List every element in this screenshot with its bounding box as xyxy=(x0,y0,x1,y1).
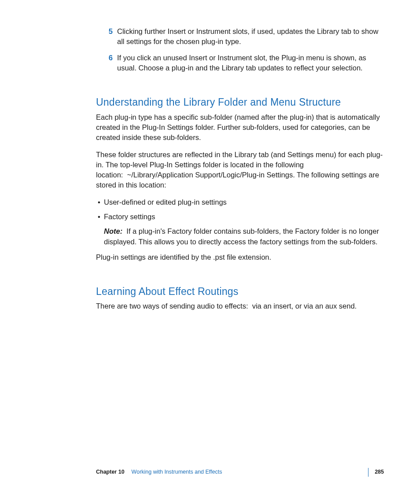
list-item: • User-defined or edited plug-in setting… xyxy=(96,197,384,207)
section-heading-effect-routings: Learning About Effect Routings xyxy=(96,284,384,298)
bullet-text: Factory settings xyxy=(104,212,384,222)
step-text: Clicking further Insert or Instrument sl… xyxy=(117,26,384,47)
note-block: Note: If a plug-in's Factory folder cont… xyxy=(104,226,384,246)
section-heading-library: Understanding the Library Folder and Men… xyxy=(96,95,384,109)
step-text: If you click an unused Insert or Instrum… xyxy=(117,53,384,73)
page-body: 5 Clicking further Insert or Instrument … xyxy=(0,0,420,311)
body-paragraph: These folder structures are reflected in… xyxy=(96,150,384,190)
body-paragraph: There are two ways of sending audio to e… xyxy=(96,301,384,311)
footer-page-number: 285 xyxy=(375,468,384,476)
footer-chapter-label: Chapter 10 xyxy=(96,468,125,476)
footer-rule xyxy=(368,468,368,477)
footer-chapter-title: Working with Instruments and Effects xyxy=(132,468,222,476)
step-item: 5 Clicking further Insert or Instrument … xyxy=(105,26,384,47)
body-paragraph: Plug-in settings are identified by the .… xyxy=(96,252,384,262)
bullet-list: • User-defined or edited plug-in setting… xyxy=(96,197,384,222)
bullet-icon: • xyxy=(96,212,104,222)
note-text: If a plug-in's Factory folder contains s… xyxy=(104,227,379,245)
note-label: Note: xyxy=(104,227,122,235)
page-footer: Chapter 10 Working with Instruments and … xyxy=(0,468,420,477)
list-item: • Factory settings xyxy=(96,212,384,222)
step-number: 6 xyxy=(105,53,113,73)
bullet-text: User-defined or edited plug-in settings xyxy=(104,197,384,207)
bullet-icon: • xyxy=(96,197,104,207)
body-paragraph: Each plug-in type has a specific sub-fol… xyxy=(96,112,384,143)
step-item: 6 If you click an unused Insert or Instr… xyxy=(105,53,384,73)
step-number: 5 xyxy=(105,26,113,47)
